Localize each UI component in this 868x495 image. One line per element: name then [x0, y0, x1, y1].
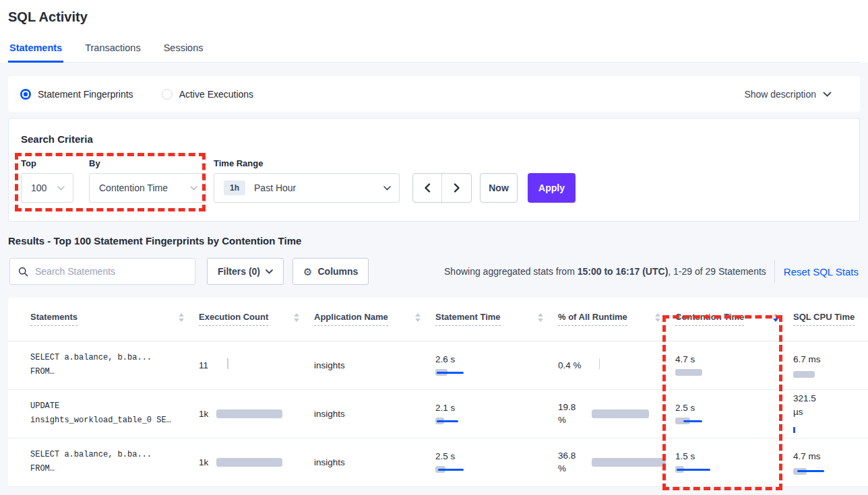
- time-window-arrows: [412, 173, 472, 203]
- columns-button[interactable]: ⚙ Columns: [292, 258, 369, 285]
- statement-line2: FROM…: [30, 365, 199, 379]
- apply-button[interactable]: Apply: [528, 173, 576, 203]
- toolbar-right: Showing aggregated stats from 15:00 to 1…: [444, 260, 859, 283]
- by-select[interactable]: Contention Time: [89, 173, 206, 203]
- column-header[interactable]: Execution Count: [199, 298, 314, 341]
- filters-label: Filters (0): [218, 266, 260, 277]
- execution-count-value: 1k: [199, 409, 216, 419]
- latency-bar: [216, 458, 297, 467]
- application-name-value: insights: [314, 409, 345, 419]
- reset-sql-stats-link[interactable]: Reset SQL Stats: [784, 266, 859, 277]
- column-header-label: Application Name: [314, 312, 388, 326]
- time-range-label: Time Range: [214, 158, 400, 168]
- contention-time-bar: [675, 466, 793, 473]
- latency-bar: [216, 409, 297, 418]
- next-time-window-button[interactable]: [442, 174, 471, 202]
- sort-icon[interactable]: [294, 313, 299, 325]
- filters-button[interactable]: Filters (0): [207, 258, 284, 285]
- contention-time-bar: [675, 418, 793, 424]
- by-select-value: Contention Time: [99, 183, 168, 193]
- bar-mean: [216, 458, 282, 467]
- statement-line2: insights_workload_table_0 SE…: [30, 414, 199, 428]
- latency-bar: [793, 371, 868, 378]
- vertical-divider: [774, 260, 775, 283]
- latency-bar: [675, 418, 756, 424]
- top-select-value: 100: [31, 183, 46, 193]
- column-header-label: Contention Time: [675, 312, 744, 326]
- latency-bar: [793, 468, 868, 475]
- bar-mean: [592, 458, 666, 467]
- chevron-down-icon: [383, 186, 391, 191]
- top-label: Top: [21, 158, 73, 168]
- statement-line1: SELECT a.balance, b.ba...: [30, 448, 199, 462]
- statement-search-box[interactable]: [9, 258, 195, 285]
- chevron-down-icon: [190, 186, 197, 191]
- application-name-value: insights: [314, 457, 345, 467]
- sort-icon[interactable]: [773, 313, 778, 325]
- sort-icon[interactable]: [179, 313, 184, 325]
- results-toolbar: Filters (0) ⚙ Columns Showing aggregated…: [9, 258, 859, 285]
- runtime-percent-value: 36.8 %: [558, 449, 585, 475]
- execution-count-bar: [216, 409, 297, 418]
- column-header[interactable]: Statements: [8, 298, 199, 341]
- bar-mean: [592, 409, 649, 418]
- runtime-percent-bar: [592, 409, 673, 418]
- tab-statements[interactable]: Statements: [8, 42, 63, 63]
- sort-icon[interactable]: [655, 313, 660, 325]
- bar-stddev: [438, 469, 464, 471]
- now-button[interactable]: Now: [480, 173, 518, 203]
- tab-transactions[interactable]: Transactions: [84, 42, 142, 62]
- statement-line1: SELECT a.balance, b.ba...: [30, 351, 199, 365]
- time-range-select[interactable]: 1h Past Hour: [214, 173, 400, 203]
- bar-stddev: [683, 420, 702, 422]
- column-header[interactable]: % of All Runtime: [558, 298, 675, 341]
- statements-table-card: Statements Execution Count Application N…: [8, 298, 868, 487]
- search-criteria-heading: Search Criteria: [21, 133, 847, 145]
- column-header-label: Statements: [30, 312, 78, 326]
- statement-fingerprint-link[interactable]: SELECT a.balance, b.ba... FROM…: [30, 448, 199, 476]
- page-header: SQL Activity Statements Transactions Ses…: [0, 0, 868, 63]
- runtime-percent-bar: [592, 458, 673, 467]
- show-description-toggle[interactable]: Show description: [744, 89, 832, 100]
- top-select[interactable]: 100: [21, 173, 73, 203]
- application-name-value: insights: [314, 360, 345, 370]
- radio-label: Statement Fingerprints: [38, 89, 133, 100]
- sql-activity-page: SQL Activity Statements Transactions Ses…: [0, 0, 868, 495]
- sort-icon[interactable]: [538, 313, 543, 325]
- table-header-row: Statements Execution Count Application N…: [8, 298, 868, 341]
- showing-stats-text: Showing aggregated stats from 15:00 to 1…: [444, 266, 766, 277]
- previous-time-window-button[interactable]: [413, 174, 442, 202]
- table-row[interactable]: SELECT a.balance, b.ba... FROM… 1k insig…: [8, 438, 868, 486]
- contention-time-bar: [675, 369, 793, 376]
- statement-fingerprint-link[interactable]: SELECT a.balance, b.ba... FROM…: [30, 351, 199, 379]
- column-header-label: Statement Time: [435, 312, 501, 326]
- histogram-tick: [227, 358, 228, 369]
- by-label: By: [89, 158, 206, 168]
- search-input[interactable]: [35, 266, 187, 277]
- table-row[interactable]: SELECT a.balance, b.ba... FROM… 11 insig…: [8, 341, 868, 389]
- radio-statement-fingerprints[interactable]: Statement Fingerprints: [20, 89, 133, 100]
- sql-cpu-time-bar: [793, 371, 868, 378]
- column-header[interactable]: SQL CPU Time: [793, 298, 868, 341]
- sql-cpu-time-value: 321.5 µs: [793, 392, 826, 419]
- runtime-percent-value: 19.8 %: [558, 401, 585, 426]
- angle-left-icon: [424, 183, 431, 193]
- statement-time-bar: [435, 418, 558, 424]
- runtime-percent-bar: [588, 358, 600, 372]
- column-header[interactable]: Contention Time: [675, 298, 793, 341]
- sort-icon[interactable]: [415, 313, 421, 325]
- chevron-down-icon: [823, 92, 832, 97]
- column-header[interactable]: Application Name: [314, 298, 435, 341]
- angle-right-icon: [454, 183, 460, 193]
- sql-cpu-time-value: 4.7 ms: [793, 450, 826, 463]
- column-header[interactable]: Statement Time: [435, 298, 558, 341]
- time-range-value: Past Hour: [254, 183, 296, 193]
- radio-unselected-icon[interactable]: [162, 89, 173, 100]
- statement-fingerprint-link[interactable]: UPDATE insights_workload_table_0 SE…: [30, 399, 199, 428]
- table-row[interactable]: UPDATE insights_workload_table_0 SE… 1k …: [8, 389, 868, 438]
- radio-selected-icon[interactable]: [20, 89, 31, 100]
- tab-sessions[interactable]: Sessions: [162, 42, 205, 62]
- radio-active-executions[interactable]: Active Executions: [162, 89, 254, 100]
- results-heading: Results - Top 100 Statement Fingerprints…: [8, 235, 860, 246]
- bar-mean: [793, 371, 815, 378]
